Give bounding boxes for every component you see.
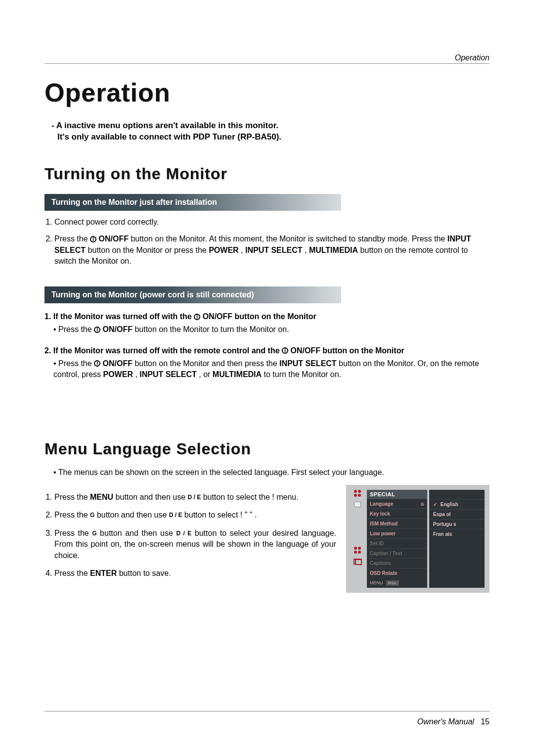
t: MENU: [370, 580, 383, 585]
key-d-e: D / E: [176, 530, 191, 537]
t: Press the: [54, 569, 90, 577]
running-header: Operation: [455, 53, 490, 62]
bullet: Press the I ON/OFF button on the Monitor…: [53, 324, 490, 335]
osd-right-pad: [429, 490, 485, 499]
osd-opt-english: ✓ English: [429, 499, 485, 509]
key-g: G: [92, 530, 96, 537]
case-2-bullets: Press the I ON/OFF button on the Monitor…: [44, 358, 490, 380]
page-footer: Owner's Manual 15: [417, 717, 490, 726]
t: INPUT SELECT: [245, 246, 303, 254]
key-g: G: [90, 512, 94, 519]
t: MULTIMEDIA: [213, 370, 262, 378]
t: ON/OFF button on the Monitor: [290, 346, 404, 355]
osd-item-keylock: Key lock: [367, 509, 427, 519]
osd-right-spacer: [429, 539, 485, 588]
lang-steps: Press the MENU button and then use D / E…: [44, 485, 336, 579]
t: to turn the Monitor on.: [264, 370, 342, 378]
arrow-icon: G: [421, 502, 424, 507]
note-line-2: It's only available to connect with PDP …: [51, 132, 490, 143]
blank-item-name: ! " ": [240, 511, 255, 519]
t: MULTIMEDIA: [309, 246, 358, 254]
install-steps: Connect power cord correctly. Press the …: [44, 217, 490, 267]
check-icon: ✓: [433, 502, 437, 507]
osd-opt-francais: Fran ais: [429, 529, 485, 539]
page-number: 15: [481, 717, 490, 726]
case-1-bullets: Press the I ON/OFF button on the Monitor…: [44, 324, 490, 335]
chapter-title: Operation: [44, 78, 490, 107]
chapter-note: - A inactive menu options aren't availab…: [44, 120, 490, 143]
t: ,: [135, 370, 139, 378]
osd-title: SPECIAL: [367, 490, 427, 499]
t: button on the Monitor and then press the: [134, 359, 279, 368]
t: button to select your desired language. …: [54, 529, 336, 560]
blank-menu-name: !: [272, 493, 276, 501]
t: INPUT SELECT: [139, 370, 197, 378]
osd-item-language: Language G: [367, 499, 427, 509]
t: Press the: [54, 511, 90, 519]
t: ,: [305, 246, 309, 254]
t: Press the: [58, 325, 94, 333]
lang-step-2: Press the G button and then use D / E bu…: [54, 510, 336, 520]
osd-footer: MENU Prev.: [367, 578, 427, 588]
lang-step-4: Press the ENTER button to save.: [54, 568, 336, 579]
t: button and then use: [100, 529, 176, 537]
t: POWER: [103, 370, 133, 378]
key-d-e: D / E: [188, 494, 201, 501]
section-menu-language: Menu Language Selection: [44, 440, 490, 458]
osd-left-column: SPECIAL Language G Key lock ISM Method L…: [367, 490, 427, 588]
t: Language: [370, 501, 393, 507]
t: INPUT SELECT: [279, 359, 337, 368]
osd-right-column: ✓ English Espa ol Portugu s Fran ais: [429, 490, 485, 588]
note-line-1: - A inactive menu options aren't availab…: [51, 120, 490, 132]
t: ,: [241, 246, 245, 254]
osd-item-setid: Set ID: [367, 538, 427, 548]
osd-tab-icon: [354, 502, 361, 507]
power-icon: I: [94, 360, 100, 367]
t: button and then use: [116, 493, 188, 501]
manual-page: Operation Operation - A inactive menu op…: [0, 0, 534, 756]
t: button on the Monitor. At this moment, t…: [131, 235, 447, 243]
t: 2. If the Monitor was turned off with th…: [44, 346, 282, 355]
key-d-e: D / E: [169, 512, 182, 519]
step-1: Connect power cord correctly.: [54, 217, 490, 228]
t: Prev.: [386, 580, 399, 586]
t: Press the: [54, 493, 90, 501]
case-1-title: 1. If the Monitor was turned off with th…: [44, 312, 490, 321]
case-2: 2. If the Monitor was turned off with th…: [44, 346, 490, 380]
t: button and then use: [97, 511, 169, 519]
bottom-rule: [44, 711, 490, 711]
t: ON/OFF: [103, 359, 133, 368]
lang-intro: The menus can be shown on the screen in …: [44, 467, 490, 478]
case-1: 1. If the Monitor was turned off with th…: [44, 312, 490, 335]
osd-opt-espanol: Espa ol: [429, 509, 485, 519]
osd-item-captions: Captions: [367, 558, 427, 568]
t: Press the: [54, 529, 92, 537]
top-rule: [44, 63, 490, 64]
t: Press the: [58, 359, 94, 368]
case-2-title: 2. If the Monitor was turned off with th…: [44, 346, 490, 355]
t: .: [255, 511, 257, 519]
osd-screenshot: SPECIAL Language G Key lock ISM Method L…: [346, 485, 490, 593]
lang-step-1: Press the MENU button and then use D / E…: [54, 492, 336, 503]
osd-main: SPECIAL Language G Key lock ISM Method L…: [367, 490, 485, 588]
t: ON/OFF button on the Monitor: [203, 312, 316, 321]
osd-item-captiontext: Caption / Text: [367, 548, 427, 558]
t: English: [441, 502, 458, 507]
t: button on the Monitor or press the: [88, 246, 209, 254]
lang-intro-text: The menus can be shown on the screen in …: [53, 467, 490, 478]
osd-item-ism: ISM Method: [367, 519, 427, 528]
power-icon: I: [94, 327, 100, 333]
power-icon: I: [282, 347, 288, 354]
lang-step-3: Press the G button and then use D / E bu…: [54, 528, 336, 561]
t: ON/OFF: [98, 235, 128, 243]
t: Press the: [54, 235, 90, 243]
t: ON/OFF: [103, 325, 133, 333]
t: , or: [199, 370, 213, 378]
subheader-after-install: Turning on the Monitor just after instal…: [44, 194, 341, 211]
power-icon: I: [194, 314, 200, 320]
section-turning-on: Turning on the Monitor: [44, 165, 490, 183]
step-2: Press the I ON/OFF button on the Monitor…: [54, 234, 490, 267]
t: menu.: [276, 493, 298, 501]
t: button to select: [184, 511, 240, 519]
osd-item-osdrotate: OSD Rotate: [367, 568, 427, 578]
